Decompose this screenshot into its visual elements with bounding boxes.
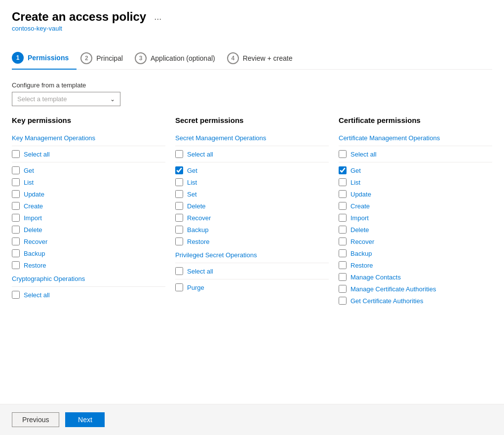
cert-restore-checkbox[interactable] <box>339 261 347 269</box>
list-item: Create <box>12 202 165 210</box>
list-item: Select all <box>12 291 165 299</box>
wizard-step-4[interactable]: 4 Review + create <box>227 48 301 69</box>
secret-delete-checkbox[interactable] <box>175 202 183 210</box>
step-label-4: Review + create <box>243 54 293 62</box>
cert-restore-label[interactable]: Restore <box>350 262 373 269</box>
cert-manage-ca-checkbox[interactable] <box>339 285 347 293</box>
previous-button[interactable]: Previous <box>12 412 59 427</box>
wizard-step-2[interactable]: 2 Principal <box>80 48 131 69</box>
secret-restore-label[interactable]: Restore <box>187 238 210 245</box>
secret-purge-checkbox[interactable] <box>175 283 183 291</box>
list-item: Delete <box>339 226 492 234</box>
list-item: Recover <box>175 214 329 222</box>
secret-recover-checkbox[interactable] <box>175 214 183 222</box>
key-recover-label[interactable]: Recover <box>24 238 47 245</box>
secret-list-label[interactable]: List <box>187 179 197 186</box>
secret-delete-label[interactable]: Delete <box>187 202 206 210</box>
step-circle-1: 1 <box>12 52 24 64</box>
cert-create-checkbox[interactable] <box>339 202 347 210</box>
key-list-label[interactable]: List <box>24 179 34 186</box>
privileged-select-all-checkbox[interactable] <box>175 267 183 275</box>
list-item: List <box>12 178 165 186</box>
key-recover-checkbox[interactable] <box>12 237 20 245</box>
key-create-checkbox[interactable] <box>12 202 20 210</box>
cert-manage-ca-label[interactable]: Manage Certificate Authorities <box>350 285 436 293</box>
cert-delete-checkbox[interactable] <box>339 226 347 234</box>
list-item: Import <box>12 214 165 222</box>
key-backup-label[interactable]: Backup <box>24 250 45 257</box>
secret-get-checkbox[interactable] <box>175 166 183 174</box>
key-import-checkbox[interactable] <box>12 214 20 222</box>
list-item: Get <box>175 166 329 174</box>
template-section: Configure from a template Select a templ… <box>12 81 492 106</box>
step-label-3: Application (optional) <box>151 54 215 62</box>
key-create-label[interactable]: Create <box>24 202 43 210</box>
secret-purge-label[interactable]: Purge <box>187 284 204 291</box>
crypto-select-all-checkbox[interactable] <box>12 291 20 299</box>
cert-select-all-checkbox[interactable] <box>339 150 347 158</box>
crypto-select-all-label[interactable]: Select all <box>24 291 50 299</box>
key-list-checkbox[interactable] <box>12 178 20 186</box>
template-dropdown[interactable]: Select a template ⌄ <box>12 92 120 106</box>
list-item: Backup <box>339 249 492 257</box>
key-get-checkbox[interactable] <box>12 166 20 174</box>
cert-update-label[interactable]: Update <box>350 191 371 198</box>
key-select-all-checkbox[interactable] <box>12 150 20 158</box>
secret-restore-checkbox[interactable] <box>175 237 183 245</box>
list-item: Manage Contacts <box>339 273 492 281</box>
breadcrumb-link[interactable]: contoso-key-vault <box>12 25 492 32</box>
cert-recover-checkbox[interactable] <box>339 237 347 245</box>
step-circle-4: 4 <box>227 52 239 64</box>
key-update-checkbox[interactable] <box>12 190 20 198</box>
list-item: Delete <box>175 202 329 210</box>
key-get-label[interactable]: Get <box>24 167 34 174</box>
key-restore-checkbox[interactable] <box>12 261 20 269</box>
cert-import-checkbox[interactable] <box>339 214 347 222</box>
list-item: Update <box>339 190 492 198</box>
cert-update-checkbox[interactable] <box>339 190 347 198</box>
ellipsis-button[interactable]: ... <box>151 11 164 23</box>
key-delete-checkbox[interactable] <box>12 226 20 234</box>
secret-select-all-label[interactable]: Select all <box>187 151 213 158</box>
secret-set-label[interactable]: Set <box>187 191 197 198</box>
list-item: Set <box>175 190 329 198</box>
cert-delete-label[interactable]: Delete <box>350 226 369 234</box>
secret-list-checkbox[interactable] <box>175 178 183 186</box>
list-item: Backup <box>175 226 329 234</box>
cert-select-all-label[interactable]: Select all <box>350 151 377 158</box>
step-label-2: Principal <box>96 54 123 62</box>
cert-manage-contacts-checkbox[interactable] <box>339 273 347 281</box>
key-update-label[interactable]: Update <box>24 191 44 198</box>
cert-create-label[interactable]: Create <box>350 202 370 210</box>
next-button[interactable]: Next <box>65 412 105 427</box>
wizard-step-3[interactable]: 3 Application (optional) <box>135 48 223 69</box>
cert-get-checkbox[interactable] <box>339 166 347 174</box>
cert-backup-checkbox[interactable] <box>339 249 347 257</box>
secret-backup-label[interactable]: Backup <box>187 226 208 234</box>
cert-list-label[interactable]: List <box>350 179 360 186</box>
cert-list-checkbox[interactable] <box>339 178 347 186</box>
list-item: Purge <box>175 283 329 291</box>
secret-set-checkbox[interactable] <box>175 190 183 198</box>
key-restore-label[interactable]: Restore <box>24 262 46 269</box>
key-select-all-label[interactable]: Select all <box>24 151 50 158</box>
cert-get-ca-checkbox[interactable] <box>339 297 347 305</box>
list-item: Get <box>12 166 165 174</box>
key-management-section-title: Key Management Operations <box>12 134 165 142</box>
cert-import-label[interactable]: Import <box>350 214 369 222</box>
secret-recover-label[interactable]: Recover <box>187 214 211 222</box>
key-import-label[interactable]: Import <box>24 214 42 222</box>
secret-select-all-checkbox[interactable] <box>175 150 183 158</box>
cert-recover-label[interactable]: Recover <box>350 238 374 245</box>
cert-manage-contacts-label[interactable]: Manage Contacts <box>350 274 401 281</box>
cert-get-label[interactable]: Get <box>350 167 361 174</box>
wizard-step-1[interactable]: 1 Permissions <box>12 48 77 70</box>
secret-backup-checkbox[interactable] <box>175 226 183 234</box>
cert-get-ca-label[interactable]: Get Certificate Authorities <box>350 297 423 305</box>
list-item: Create <box>339 202 492 210</box>
cert-backup-label[interactable]: Backup <box>350 250 372 257</box>
key-backup-checkbox[interactable] <box>12 249 20 257</box>
privileged-select-all-label[interactable]: Select all <box>187 268 213 275</box>
key-delete-label[interactable]: Delete <box>24 226 42 234</box>
secret-get-label[interactable]: Get <box>187 167 197 174</box>
